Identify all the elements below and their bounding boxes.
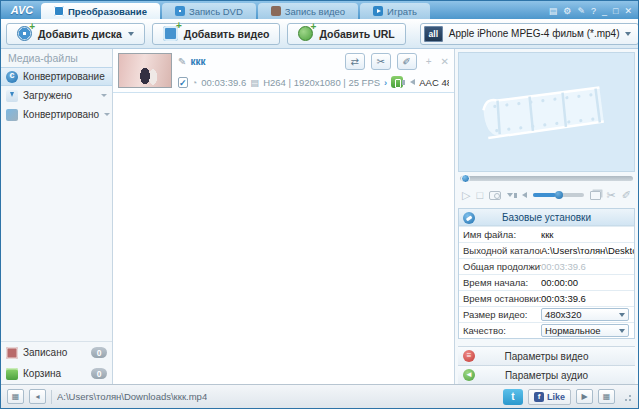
start-time-value[interactable]: 00:00:00 xyxy=(541,277,634,288)
preview-player[interactable] xyxy=(458,52,635,172)
twitter-button[interactable]: t xyxy=(503,389,523,405)
audio-params-button[interactable]: ◄ Параметры аудио xyxy=(458,365,635,384)
convert-tab-icon xyxy=(54,6,64,16)
collapse-button[interactable]: ◂ xyxy=(29,389,46,404)
all-formats-icon: all xyxy=(424,26,443,42)
setting-row-start-time: Время начала: 00:00:00 xyxy=(459,274,634,290)
view-grid-button[interactable]: ▦ xyxy=(7,389,24,404)
video-params-button[interactable]: ≡ Параметры видео xyxy=(458,346,635,365)
sidebar-item-trash[interactable]: Корзина 0 xyxy=(1,363,112,384)
add-plus-icon[interactable]: + xyxy=(426,56,432,67)
maximize-icon[interactable]: □ xyxy=(613,6,618,16)
tools-icon[interactable]: ✎ xyxy=(577,6,585,16)
chevron-down-icon[interactable] xyxy=(104,113,110,116)
file-list-empty-area[interactable] xyxy=(113,93,454,384)
content-area: Медиа-файлы Конвертирование Загружено Ко… xyxy=(1,49,638,384)
output-format-value: Apple iPhone MPEG-4 фильм (*.mp4) xyxy=(449,28,620,39)
resize-grip[interactable] xyxy=(622,392,632,402)
clip-scissors-button[interactable]: ✂ xyxy=(371,53,391,70)
camera-icon xyxy=(271,6,281,16)
edit-pencil-icon[interactable]: ✎ xyxy=(178,56,186,67)
frames-icon[interactable] xyxy=(590,191,601,200)
sidebar-item-converted[interactable]: Конвертировано xyxy=(1,105,112,124)
app-logo: AVC xyxy=(3,1,41,19)
tab-burn-dvd[interactable]: Запись DVD xyxy=(162,3,256,19)
volume-slider[interactable] xyxy=(533,193,584,197)
stop-button[interactable]: □ xyxy=(476,188,483,202)
sidebar-item-converting[interactable]: Конвертирование xyxy=(1,67,112,86)
chevron-down-icon[interactable] xyxy=(101,94,107,97)
add-url-label: Добавить URL xyxy=(319,28,394,40)
sidebar-item-downloaded[interactable]: Загружено xyxy=(1,86,112,105)
chevron-down-icon xyxy=(619,329,625,333)
file-video-info: H264 | 1920x1080 | 25 FPS xyxy=(263,77,380,88)
log-icon[interactable]: ▤ xyxy=(549,6,558,16)
panel-toggle-button[interactable]: ▦ xyxy=(598,389,615,404)
minimize-icon[interactable]: _ xyxy=(602,6,607,16)
file-title[interactable]: ккк xyxy=(190,56,205,67)
quality-select[interactable]: Нормальное xyxy=(541,324,629,337)
add-url-button[interactable]: Добавить URL xyxy=(287,23,405,45)
tab-convert[interactable]: Преобразование xyxy=(41,3,160,19)
sidebar-item-label: Конвертировано xyxy=(23,109,99,120)
volume-fill xyxy=(533,193,556,197)
sidebar-item-label: Загружено xyxy=(23,90,72,101)
play-circle-icon xyxy=(373,6,383,16)
seek-track[interactable] xyxy=(460,176,633,181)
tab-play-label: Играть xyxy=(387,6,417,17)
effects-wand-button[interactable]: ✐ xyxy=(397,53,417,70)
output-format-select[interactable]: all Apple iPhone MPEG-4 фильм (*.mp4) xyxy=(420,23,639,45)
facebook-icon: f xyxy=(534,392,544,402)
effects-wand-icon[interactable]: ✐ xyxy=(622,188,631,202)
video-size-value: 480x320 xyxy=(545,309,581,320)
reconvert-button[interactable]: ⇄ xyxy=(345,53,365,70)
converting-icon xyxy=(6,71,18,83)
play-panel-button[interactable]: ▶ xyxy=(576,389,593,404)
add-disc-label: Добавить диска xyxy=(38,28,122,40)
toolbar: Добавить диска Добавить видео Добавить U… xyxy=(1,19,638,49)
arrow-right-icon: › xyxy=(384,77,387,88)
setting-row-filename: Имя файла: ккк xyxy=(459,226,634,242)
tab-play[interactable]: Играть xyxy=(360,3,430,19)
volume-handle[interactable] xyxy=(555,191,563,199)
twitter-icon: t xyxy=(511,391,514,402)
add-disc-button[interactable]: Добавить диска xyxy=(6,23,145,45)
trash-icon xyxy=(6,368,18,380)
speaker-icon: ◄ xyxy=(463,369,475,381)
film-plus-icon xyxy=(163,26,178,41)
remove-close-icon[interactable]: ✕ xyxy=(441,56,449,67)
file-checkbox[interactable]: ✓ xyxy=(178,77,188,88)
tab-record-video[interactable]: Запись видео xyxy=(258,3,358,19)
snapshot-camera-button[interactable] xyxy=(489,191,501,200)
video-size-select[interactable]: 480x320 xyxy=(541,308,629,321)
right-panel-spacer xyxy=(458,339,635,346)
sidebar-item-label: Корзина xyxy=(23,368,61,379)
seek-bar[interactable] xyxy=(458,172,635,185)
help-icon[interactable]: ? xyxy=(591,6,596,16)
seek-handle[interactable] xyxy=(461,174,470,183)
close-icon[interactable]: ✕ xyxy=(624,6,632,16)
chevron-down-icon[interactable] xyxy=(507,193,513,197)
basic-settings-title: Базовые установки xyxy=(502,212,591,223)
right-panel: ▷ □ ✂ ✐ Базовые установки И xyxy=(455,49,638,384)
video-thumbnail xyxy=(118,53,172,88)
speaker-icon[interactable] xyxy=(522,192,527,198)
add-video-button[interactable]: Добавить видео xyxy=(152,23,281,45)
file-row[interactable]: ✎ ккк ⇄ ✂ ✐ + ✕ ✓ ◔ 00:03:39.6 ▤ xyxy=(113,49,454,93)
disc-plus-icon xyxy=(17,26,32,41)
gear-icon[interactable]: ⚙ xyxy=(563,6,571,16)
output-dir-value[interactable]: A:\Users\толян\Deskto... xyxy=(541,245,634,256)
clip-scissors-icon[interactable]: ✂ xyxy=(607,188,616,202)
sidebar-header: Медиа-файлы xyxy=(1,49,112,67)
sidebar-spacer xyxy=(1,124,112,341)
window-controls: ▤ ⚙ ✎ ? _ □ ✕ xyxy=(549,6,638,19)
dvd-disc-icon xyxy=(175,6,185,16)
status-bar: ▦ ◂ A:\Users\толян\Downloads\ккк.mp4 t f… xyxy=(1,384,638,408)
stop-time-value[interactable]: 00:03:39.6 xyxy=(541,293,634,304)
play-button[interactable]: ▷ xyxy=(462,188,470,202)
filename-value[interactable]: ккк xyxy=(541,229,634,240)
sidebar-item-recorded[interactable]: Записано 0 xyxy=(1,342,112,363)
facebook-like-button[interactable]: f Like xyxy=(528,389,571,405)
file-list: ✎ ккк ⇄ ✂ ✐ + ✕ ✓ ◔ 00:03:39.6 ▤ xyxy=(113,49,455,384)
audio-track-select[interactable]: AAC 48 K... xyxy=(419,77,449,88)
